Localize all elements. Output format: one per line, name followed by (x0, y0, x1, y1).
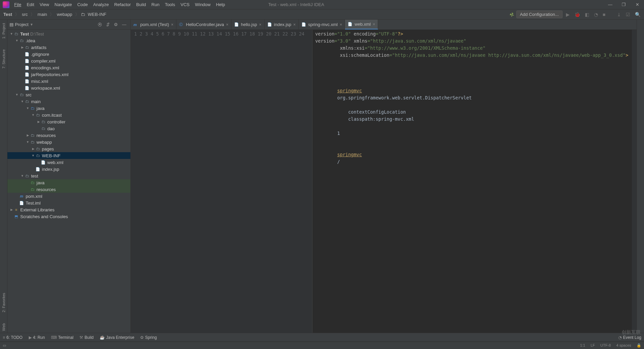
breadcrumb-item[interactable]: src (21, 11, 29, 18)
status-icon[interactable]: ▭ (3, 343, 6, 348)
tree-node-test[interactable]: ▼🗀test (7, 172, 130, 179)
bottom-tab-java-enterprise[interactable]: ☕Java Enterprise (100, 335, 134, 340)
tree-node[interactable]: 📄encodings.xml (7, 64, 130, 71)
tree-node[interactable]: 📄compiler.xml (7, 57, 130, 64)
tree-node-controller[interactable]: ▶🗀controller (7, 118, 130, 125)
run-icon[interactable]: ▶ (565, 12, 571, 17)
breadcrumb-item[interactable]: Test (2, 11, 14, 18)
code-editor[interactable]: version="1.0" encoding="UTF-8"?> version… (313, 30, 632, 333)
status-caret[interactable]: 1:1 (580, 343, 585, 348)
menu-build[interactable]: Build (133, 1, 149, 8)
debug-icon[interactable]: 🐞 (573, 12, 581, 17)
tab-hello-controller[interactable]: ⒸHelloController.java× (176, 20, 231, 29)
tree-node-resources[interactable]: ▶🗀resources (7, 132, 130, 139)
tree-node-webinf[interactable]: ▼🗀WEB-INF (7, 152, 130, 159)
tab-pom[interactable]: mpom.xml (Test)× (131, 20, 176, 29)
menu-code[interactable]: Code (75, 1, 91, 8)
tree-node-test-res[interactable]: 🗀resources (7, 186, 130, 193)
coverage-icon[interactable]: ◧ (584, 12, 591, 17)
menu-refactor[interactable]: Refactor (112, 1, 133, 8)
tree-node-indexjsp[interactable]: 📄index.jsp (7, 166, 130, 172)
tree-node-dao[interactable]: 🗀dao (7, 125, 130, 132)
error-stripe[interactable] (632, 30, 637, 333)
tree-node-scratches[interactable]: ⬒Scratches and Consoles (7, 213, 130, 220)
bottom-tab-run[interactable]: ▶4: Run (29, 335, 45, 340)
tree-node-webapp[interactable]: ▼🗀webapp (7, 139, 130, 145)
gear-icon[interactable]: ⚙ (112, 22, 120, 27)
line-number-gutter[interactable]: 1 2 3 4 5 6 7 8 9 10 11 12 13 14 15 16 1… (131, 30, 308, 333)
tree-node-root[interactable]: ▼🗀Test D:\Test (7, 30, 130, 37)
project-panel-title[interactable]: Project (15, 22, 28, 27)
project-tree[interactable]: ▼🗀Test D:\Test ▼🗀.idea ▶🗀artifacts 📄.git… (7, 30, 130, 333)
sidebar-tab-structure[interactable]: 7: Structure (2, 47, 6, 71)
tree-node[interactable]: ▶🗀artifacts (7, 44, 130, 51)
profile-icon[interactable]: ◔ (593, 12, 599, 17)
tree-node-src[interactable]: ▼🗀src (7, 91, 130, 98)
close-tab-icon[interactable]: × (293, 22, 296, 27)
sidebar-tab-web[interactable]: Web (2, 321, 6, 333)
menu-edit[interactable]: Edit (24, 1, 37, 8)
tree-node-idea[interactable]: ▼🗀.idea (7, 37, 130, 44)
search-everywhere-icon[interactable]: 🔍 (634, 12, 642, 17)
build-icon[interactable]: ⚒ (509, 11, 515, 18)
menu-run[interactable]: Run (149, 1, 162, 8)
bottom-tab-spring[interactable]: ✿Spring (140, 335, 157, 340)
tree-node[interactable]: 📄workspace.xml (7, 85, 130, 91)
breadcrumb-item[interactable]: webapp (55, 11, 74, 18)
menu-help[interactable]: Help (213, 1, 228, 8)
tree-node-pom[interactable]: mpom.xml (7, 193, 130, 200)
bottom-tab-build[interactable]: ⚒Build (79, 335, 94, 340)
tab-hello-jsp[interactable]: 📄hello.jsp× (231, 20, 265, 29)
chevron-down-icon[interactable]: ▼ (30, 23, 33, 26)
expand-all-icon[interactable]: ⇵ (104, 22, 112, 27)
tab-spring-mvc[interactable]: 📄spring-mvc.xml× (299, 20, 345, 29)
bottom-tab-event-log[interactable]: ◔Event Log (618, 335, 641, 340)
tree-node-main[interactable]: ▼🗀main (7, 98, 130, 105)
menu-navigate[interactable]: Navigate (52, 1, 74, 8)
breadcrumb-item[interactable]: WEB-INF (86, 11, 108, 18)
close-tab-icon[interactable]: × (373, 22, 375, 27)
menu-window[interactable]: Window (192, 1, 213, 8)
breadcrumb-item[interactable]: main (36, 11, 48, 18)
close-tab-icon[interactable]: × (226, 22, 228, 27)
minimize-button[interactable]: — (603, 0, 617, 9)
status-encoding[interactable]: UTF-8 (600, 343, 611, 348)
menu-analyze[interactable]: Analyze (91, 1, 112, 8)
sidebar-tab-project[interactable]: 1: Project (2, 21, 6, 41)
locate-icon[interactable]: ⦿ (96, 22, 104, 27)
add-configuration-button[interactable]: Add Configuration... (516, 10, 563, 18)
vcs-commit-icon[interactable]: ☑ (624, 12, 631, 17)
bottom-tab-todo[interactable]: ≡6: TODO (3, 335, 23, 340)
sidebar-tab-favorites[interactable]: 2: Favorites (2, 291, 6, 314)
menu-view[interactable]: View (37, 1, 52, 8)
tree-node-java[interactable]: ▼🗀java (7, 105, 130, 112)
close-tab-icon[interactable]: × (259, 22, 262, 27)
close-button[interactable]: ✕ (630, 0, 644, 9)
tab-index-jsp[interactable]: 📄index.jsp× (265, 20, 299, 29)
maximize-button[interactable]: ❐ (617, 0, 630, 9)
tree-node-iml[interactable]: 📄Test.iml (7, 200, 130, 206)
status-indent[interactable]: 4 spaces (616, 343, 631, 348)
menu-tools[interactable]: Tools (162, 1, 178, 8)
fold-gutter[interactable] (308, 30, 313, 333)
tree-node[interactable]: 📄misc.xml (7, 78, 130, 85)
tree-node[interactable]: 📄jarRepositories.xml (7, 71, 130, 78)
menu-file[interactable]: File (11, 1, 24, 8)
close-tab-icon[interactable]: × (340, 22, 342, 27)
vcs-update-icon[interactable]: ⤓ (616, 12, 622, 17)
tree-node-external[interactable]: ▶≡External Libraries (7, 206, 130, 213)
tree-node[interactable]: 📄.gitignore (7, 51, 130, 57)
tree-node-webxml[interactable]: 📄web.xml (7, 159, 130, 166)
tree-node-pkg[interactable]: ▼🗀com.itcast (7, 112, 130, 118)
close-tab-icon[interactable]: × (171, 22, 173, 27)
tab-web-xml[interactable]: 📄web.xml× (345, 20, 378, 29)
status-line-ending[interactable]: LF (591, 343, 595, 348)
stop-icon[interactable]: ■ (601, 12, 607, 17)
bottom-tab-terminal[interactable]: ⌨Terminal (51, 335, 73, 340)
editor-tabs: mpom.xml (Test)× ⒸHelloController.java× … (131, 20, 637, 30)
hide-icon[interactable]: — (120, 22, 128, 27)
tree-node-pages[interactable]: ▶🗀pages (7, 145, 130, 152)
tree-node-test-java[interactable]: 🗀java (7, 179, 130, 186)
lock-icon[interactable]: 🔒 (637, 343, 641, 348)
menu-vcs[interactable]: VCS (178, 1, 192, 8)
